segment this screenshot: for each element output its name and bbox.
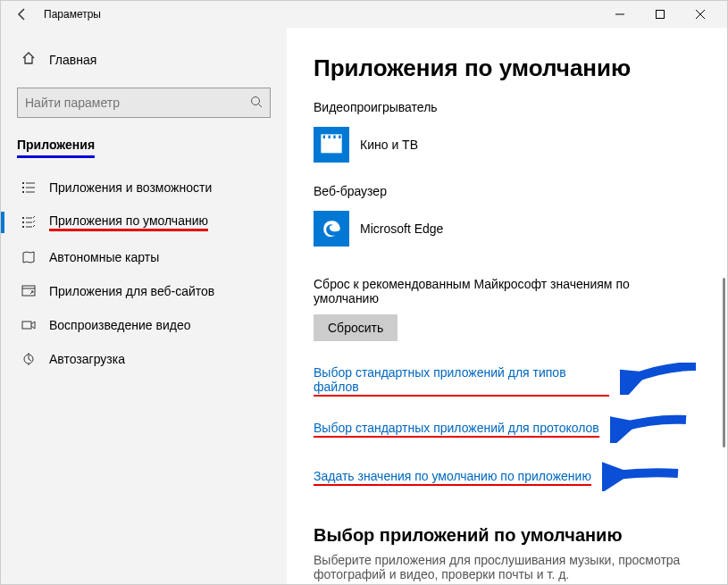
svg-rect-11 — [26, 192, 35, 193]
svg-rect-29 — [339, 136, 340, 139]
home-label: Главная — [49, 53, 96, 67]
svg-rect-15 — [26, 222, 32, 223]
window-controls — [599, 1, 720, 28]
search-box[interactable] — [17, 88, 271, 118]
movies-tv-icon — [314, 127, 349, 163]
content-area: Приложения по умолчанию Видеопроигрывате… — [287, 28, 727, 584]
back-button[interactable] — [8, 1, 37, 28]
home-icon — [21, 51, 37, 68]
sidebar-item-label: Приложения и возможности — [49, 180, 212, 195]
svg-rect-8 — [22, 187, 24, 188]
search-icon — [250, 96, 263, 111]
section2-title: Выбор приложений по умолчанию — [314, 525, 700, 546]
sidebar-section-header: Приложения — [17, 134, 95, 158]
sidebar-item-label: Автономные карты — [49, 250, 159, 264]
edge-icon — [314, 211, 349, 247]
link-by-app[interactable]: Задать значения по умолчанию по приложен… — [314, 469, 591, 486]
svg-rect-14 — [22, 221, 24, 223]
home-nav[interactable]: Главная — [17, 44, 271, 75]
sidebar: Главная Приложения Приложения и возможно… — [1, 28, 287, 584]
link-protocols[interactable]: Выбор стандартных приложений для протоко… — [314, 421, 599, 438]
link-file-types[interactable]: Выбор стандартных приложений для типов ф… — [314, 365, 609, 397]
svg-rect-10 — [22, 191, 24, 193]
web-browser-app[interactable]: Microsoft Edge — [314, 207, 700, 268]
video-player-app[interactable]: Кино и ТВ — [314, 123, 700, 184]
video-player-label: Видеопроигрыватель — [314, 100, 700, 114]
sidebar-item-apps-features[interactable]: Приложения и возможности — [17, 171, 271, 205]
sidebar-item-apps-websites[interactable]: Приложения для веб-сайтов — [17, 274, 271, 308]
svg-line-23 — [29, 359, 31, 361]
svg-rect-13 — [26, 218, 32, 219]
map-icon — [21, 249, 37, 265]
svg-point-4 — [252, 96, 260, 104]
svg-line-5 — [259, 104, 263, 107]
defaults-icon — [21, 214, 37, 230]
maximize-button[interactable] — [640, 1, 680, 28]
svg-rect-28 — [333, 136, 335, 139]
sidebar-item-offline-maps[interactable]: Автономные карты — [17, 240, 271, 274]
titlebar: Параметры — [1, 1, 727, 28]
scrollbar-thumb[interactable] — [723, 278, 725, 447]
svg-rect-27 — [329, 136, 331, 139]
sidebar-item-startup[interactable]: Автозагрузка — [17, 342, 271, 376]
close-button[interactable] — [680, 1, 720, 28]
list-icon — [21, 180, 37, 196]
svg-rect-9 — [26, 188, 35, 188]
svg-rect-24 — [321, 138, 341, 153]
annotation-arrow-icon — [620, 363, 700, 398]
website-icon — [21, 283, 37, 299]
svg-rect-6 — [22, 182, 24, 184]
reset-button[interactable]: Сбросить — [314, 314, 397, 341]
svg-rect-7 — [26, 183, 35, 184]
sidebar-item-default-apps[interactable]: Приложения по умолчанию — [17, 205, 271, 240]
video-icon — [21, 317, 37, 333]
section2-description: Выберите приложения для прослушивания му… — [314, 553, 698, 581]
annotation-arrow-icon — [610, 411, 690, 447]
svg-rect-16 — [22, 226, 24, 228]
minimize-button[interactable] — [599, 1, 640, 28]
sidebar-item-video-playback[interactable]: Воспроизведение видео — [17, 308, 271, 342]
web-browser-label: Веб-браузер — [314, 184, 700, 198]
sidebar-item-label: Воспроизведение видео — [49, 318, 190, 332]
sidebar-item-label: Приложения по умолчанию — [49, 213, 208, 231]
startup-icon — [21, 351, 37, 367]
page-title: Приложения по умолчанию — [314, 54, 700, 82]
svg-rect-26 — [323, 136, 325, 139]
svg-rect-17 — [26, 227, 32, 228]
sidebar-item-label: Приложения для веб-сайтов — [49, 284, 214, 298]
sidebar-item-label: Автозагрузка — [49, 352, 125, 366]
window-title: Параметры — [44, 8, 101, 21]
web-browser-name: Microsoft Edge — [360, 221, 443, 236]
svg-rect-12 — [22, 217, 24, 219]
reset-description: Сброс к рекомендованным Майкрософт значе… — [314, 277, 689, 305]
annotation-arrow-icon — [602, 459, 682, 495]
scrollbar[interactable] — [715, 28, 727, 584]
svg-rect-20 — [22, 322, 31, 329]
video-player-name: Кино и ТВ — [360, 138, 418, 152]
search-input[interactable] — [25, 96, 250, 110]
svg-rect-1 — [656, 11, 664, 19]
